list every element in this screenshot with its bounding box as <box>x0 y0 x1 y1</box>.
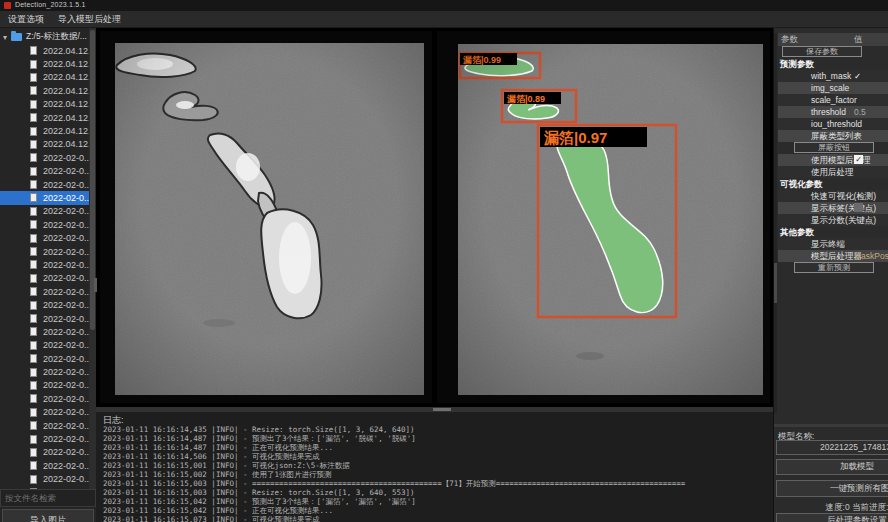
param-section-header: 其他参数 <box>778 226 888 238</box>
tree-file-row[interactable]: 2022.04.12... <box>0 84 96 97</box>
window-title: Detection_2023.1.5.1 <box>15 1 86 8</box>
vertical-splitter-handle[interactable] <box>94 278 97 292</box>
file-icon <box>30 394 37 403</box>
file-name: 2022-02-0... <box>43 407 92 417</box>
params-scrollbar-thumb[interactable] <box>774 263 777 303</box>
param-row[interactable]: 显示分数(关键点) <box>778 214 888 226</box>
load-model-button[interactable]: 加载模型 <box>776 459 888 475</box>
tree-file-row[interactable]: 2022-02-0... <box>0 352 96 365</box>
menu-item-import-postprocess[interactable]: 导入模型后处理 <box>58 11 121 28</box>
file-name: 2022-02-0... <box>43 180 92 190</box>
file-name: 2022-02-0... <box>43 380 92 390</box>
param-row[interactable]: 显示终端 <box>778 238 888 250</box>
file-icon <box>30 100 37 109</box>
param-row[interactable]: threshold0.5 <box>778 106 888 118</box>
file-icon <box>30 461 37 470</box>
param-row[interactable]: 使用后处理 <box>778 166 888 178</box>
model-name-field[interactable]: 20221225_174813 <box>776 440 888 455</box>
tree-file-row[interactable]: 2022-02-0... <box>0 446 96 459</box>
tree-file-row[interactable]: 2022-02-0... <box>0 298 96 311</box>
predict-all-button[interactable]: 一键预测所有图片 <box>776 480 888 497</box>
tree-file-row[interactable]: 2022-02-0... <box>0 272 96 285</box>
tree-file-row[interactable]: 2022-02-0... <box>0 165 96 178</box>
tree-root-row[interactable]: ▾ Z:/5-标注数据/... <box>0 30 96 44</box>
param-row[interactable]: 快速可视化(检测) <box>778 190 888 202</box>
param-button[interactable]: 重新预测 <box>794 262 874 273</box>
param-row[interactable]: scale_factor <box>778 94 888 106</box>
param-label: 显示分数(关键点) <box>811 215 876 227</box>
tree-file-row[interactable]: 2022.04.12... <box>0 98 96 111</box>
tree-file-row[interactable]: 2022-02-0... <box>0 365 96 378</box>
tree-file-row[interactable]: 2022-02-0... <box>0 258 96 271</box>
tree-file-row[interactable]: 2022-02-0... <box>0 218 96 231</box>
menu-item-settings[interactable]: 设置选项 <box>8 11 44 28</box>
check-icon: ✓ <box>854 71 861 81</box>
original-image[interactable] <box>115 43 424 395</box>
log-panel: 日志: 2023-01-11 16:16:14,435 |INFO| - Res… <box>96 412 773 522</box>
tree-file-row[interactable]: 2022-02-0... <box>0 205 96 218</box>
tree-file-row[interactable]: 2022-02-0... <box>0 191 96 204</box>
prediction-image[interactable]: 漏箔|0.99 漏箔|0.89 漏箔|0.97 <box>458 44 763 395</box>
file-icon <box>30 193 37 202</box>
file-icon <box>30 314 37 323</box>
tree-file-row[interactable]: 2022-02-0... <box>0 245 96 258</box>
tree-scrollbar[interactable] <box>89 28 96 489</box>
tree-file-row[interactable]: 2022-02-0... <box>0 151 96 164</box>
param-row[interactable]: 模型后处理器MaskPostPro <box>778 250 888 262</box>
file-tree-panel: ▾ Z:/5-标注数据/... 2022.04.12...2022.04.12.… <box>0 28 96 522</box>
file-icon <box>30 448 37 457</box>
tree-file-row[interactable]: 2022-02-0... <box>0 379 96 392</box>
tree-file-row[interactable]: 2022-02-0... <box>0 325 96 338</box>
params-scrollbar[interactable] <box>774 33 777 413</box>
search-input[interactable] <box>0 489 96 507</box>
postprocess-settings-button[interactable]: 后处理参数设置 <box>776 513 888 522</box>
file-icon <box>30 46 37 55</box>
param-section-header: 预测参数 <box>778 58 888 70</box>
tree-file-row[interactable]: 2022.04.12... <box>0 44 96 57</box>
tree-file-row[interactable]: 2022.04.12... <box>0 111 96 124</box>
tree-file-row[interactable]: 2022-02-0... <box>0 459 96 472</box>
tree-file-row[interactable]: 2022-02-0... <box>0 419 96 432</box>
file-icon <box>30 274 37 283</box>
param-label: with_mask <box>811 71 851 81</box>
file-icon <box>30 60 37 69</box>
tree-file-row[interactable]: 2022-02-0... <box>0 392 96 405</box>
file-name: 2022-02-0... <box>43 314 92 324</box>
param-row[interactable]: with_mask✓ <box>778 70 888 82</box>
log-line: 2023-01-11 16:16:15,042 |INFO| - 预测出了3个结… <box>103 497 768 506</box>
param-row[interactable]: 使用模型后处理✓ <box>778 154 888 166</box>
tree-file-row[interactable]: 2022-02-0... <box>0 231 96 244</box>
file-name: 2022-02-0... <box>43 394 92 404</box>
tree-file-row[interactable]: 2022-02-0... <box>0 406 96 419</box>
params-header-value: 值 <box>854 34 863 46</box>
import-images-button[interactable]: 导入图片 <box>2 509 94 522</box>
param-button[interactable]: 保存参数 <box>782 46 862 57</box>
param-row[interactable]: 显示标签(关键点) <box>778 202 888 214</box>
chevron-down-icon[interactable]: ▾ <box>3 33 7 42</box>
param-button-row: 重新预测 <box>778 262 888 274</box>
tree-file-row[interactable]: 2022-02-0... <box>0 312 96 325</box>
tree-file-row[interactable]: 2022-02-0... <box>0 339 96 352</box>
tree-file-row[interactable]: 2022.04.12... <box>0 124 96 137</box>
param-row[interactable]: img_scale <box>778 82 888 94</box>
tree-file-row[interactable]: 2022-02-0... <box>0 285 96 298</box>
tree-file-row[interactable]: 2022.04.12... <box>0 71 96 84</box>
checkbox-checked[interactable]: ✓ <box>854 155 863 164</box>
horizontal-splitter-handle[interactable] <box>433 408 451 411</box>
file-icon <box>30 475 37 484</box>
tree-file-row[interactable]: 2022-02-0... <box>0 432 96 445</box>
file-list: 2022.04.12...2022.04.12...2022.04.12...2… <box>0 44 96 499</box>
file-icon <box>30 421 37 430</box>
prediction-image-panel[interactable]: 漏箔|0.99 漏箔|0.89 漏箔|0.97 <box>437 31 770 403</box>
param-row[interactable]: 屏蔽类型列表 <box>778 130 888 142</box>
file-icon <box>30 113 37 122</box>
log-line: 2023-01-11 16:16:14,487 |INFO| - 正在可视化预测… <box>103 443 768 452</box>
param-button[interactable]: 屏蔽按钮 <box>794 142 874 153</box>
tree-file-row[interactable]: 2022.04.12... <box>0 138 96 151</box>
param-row[interactable]: iou_threshold <box>778 118 888 130</box>
tree-file-row[interactable]: 2022.04.12... <box>0 57 96 70</box>
checkbox-unchecked[interactable] <box>854 203 863 212</box>
tree-file-row[interactable]: 2022-02-0... <box>0 178 96 191</box>
original-image-panel[interactable] <box>100 31 432 403</box>
tree-file-row[interactable]: 2022-02-0... <box>0 473 96 486</box>
